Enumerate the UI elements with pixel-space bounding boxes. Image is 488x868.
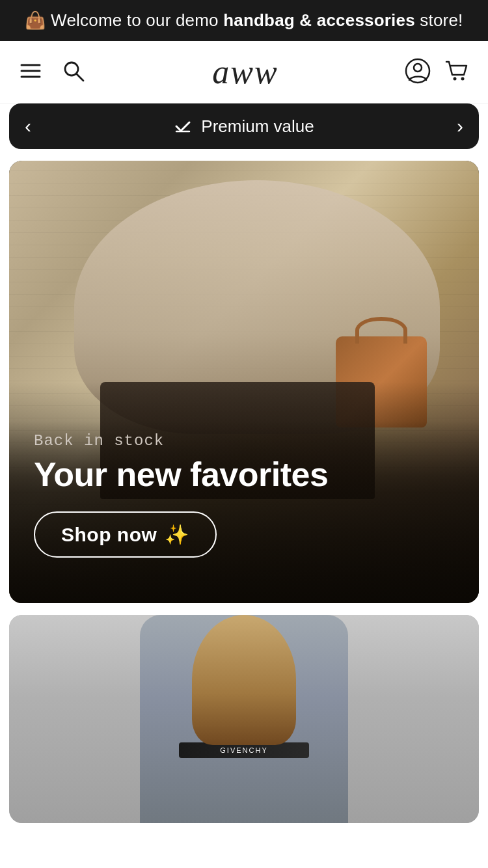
announcement-suffix: store! (415, 10, 463, 30)
banner-text: Premium value (201, 116, 314, 137)
sparkle-icon: ✨ (165, 523, 189, 546)
banner-prev-button[interactable]: ‹ (25, 115, 31, 137)
hero-section: Back in stock Your new favorites Shop no… (9, 161, 479, 603)
announcement-icon: 👜 (25, 10, 46, 30)
banner-content: Premium value (174, 116, 314, 137)
svg-point-6 (414, 64, 422, 72)
svg-point-7 (454, 77, 457, 81)
header-left (18, 59, 86, 85)
banner-next-button[interactable]: › (457, 115, 463, 137)
svg-line-4 (77, 74, 83, 81)
hero-title: Your new favorites (34, 456, 454, 493)
svg-point-8 (461, 77, 465, 81)
search-button[interactable] (61, 59, 86, 85)
announcement-bar: 👜 Welcome to our demo handbag & accessor… (0, 0, 488, 41)
logo[interactable]: aww (212, 53, 278, 91)
announcement-prefix: Welcome to our demo (51, 10, 223, 30)
announcement-bold: handbag & accessories (223, 10, 415, 30)
shop-now-label: Shop now (61, 524, 157, 546)
second-section (9, 615, 479, 823)
shop-now-button[interactable]: Shop now ✨ (34, 511, 217, 558)
cart-button[interactable] (444, 58, 470, 86)
promo-banner: ‹ Premium value › (9, 103, 479, 149)
banner-check-icon (174, 117, 192, 135)
hero-subtitle: Back in stock (34, 432, 454, 450)
user-account-button[interactable] (405, 58, 431, 86)
header: aww (0, 41, 488, 103)
hamburger-button[interactable] (18, 59, 43, 85)
svg-point-3 (65, 62, 78, 75)
second-model-hair (192, 615, 296, 745)
header-right (405, 58, 470, 86)
hero-text-block: Back in stock Your new favorites Shop no… (34, 432, 454, 558)
